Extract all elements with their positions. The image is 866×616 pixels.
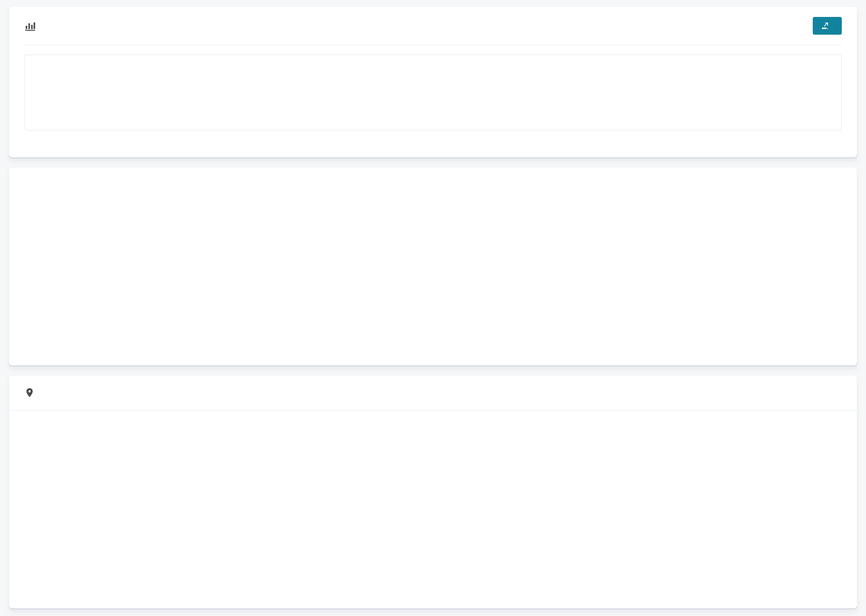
rates-grid <box>9 167 857 184</box>
rates-card <box>9 167 857 366</box>
geo-content <box>9 410 857 443</box>
summary-row <box>24 55 842 130</box>
tracking-stats-header <box>9 7 857 45</box>
bar-chart-icon <box>24 20 36 32</box>
campaign-geo-opens-card <box>9 375 857 608</box>
summary-wrap <box>9 46 857 130</box>
geo-header <box>9 376 857 410</box>
export-icon <box>821 22 830 30</box>
geo-table-header <box>403 414 857 443</box>
geo-title-row <box>24 387 43 399</box>
tracking-stats-card <box>9 6 857 157</box>
map-pin-icon <box>24 387 36 399</box>
geo-table <box>403 414 857 443</box>
tracking-stats-title-row <box>24 20 43 32</box>
export-basic-stats-button[interactable] <box>813 17 842 35</box>
